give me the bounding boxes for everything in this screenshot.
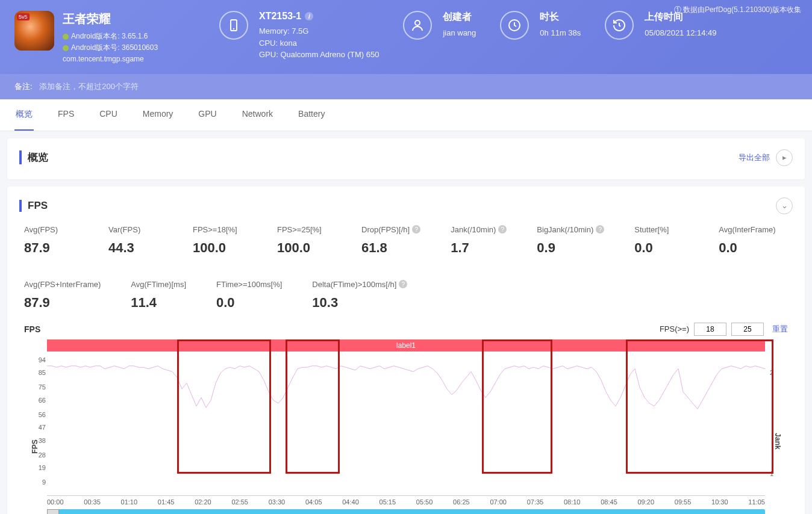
- tabs: 概览FPSCPUMemoryGPUNetworkBattery: [0, 99, 812, 131]
- remark-label: 备注:: [14, 82, 33, 91]
- metric-label: Avg(InterFrame): [719, 225, 775, 234]
- android-version-code: Android版本号: 365010603: [63, 42, 158, 54]
- help-icon[interactable]: ?: [399, 280, 407, 288]
- fps-threshold-controls: FPS(>=) 重置: [660, 323, 788, 336]
- chart-scrollbar[interactable]: [47, 509, 765, 514]
- metric-value: 0.9: [537, 240, 604, 256]
- metric-value: 61.8: [361, 240, 420, 256]
- android-version-name: Android版本名: 3.65.1.6: [63, 31, 158, 42]
- fps-threshold-2-input[interactable]: [731, 323, 764, 336]
- metric-label: Stutter[%]: [634, 225, 689, 234]
- metric-value: 100.0: [193, 240, 247, 256]
- duration-label: 时长: [540, 11, 581, 23]
- metric-label: FPS>=25[%]: [277, 225, 331, 234]
- device-cpu: CPU: kona: [259, 37, 379, 49]
- metric: BigJank(/10min)?0.9: [537, 225, 604, 256]
- help-icon[interactable]: ?: [596, 225, 604, 234]
- highlight-region: [626, 339, 774, 474]
- app-block: 5v5 王者荣耀 Android版本名: 3.65.1.6 Android版本号…: [14, 11, 195, 66]
- metric: Avg(FPS+InterFrame)87.9: [24, 280, 101, 311]
- header-bar: ① 数据由PerfDog(5.1.210300)版本收集 5v5 王者荣耀 An…: [0, 0, 812, 74]
- metric: Stutter[%]0.0: [634, 225, 689, 256]
- fps-section: FPS ⌄ Avg(FPS)87.9Var(FPS)44.3FPS>=18[%]…: [7, 187, 805, 514]
- metric-label: Var(FPS): [108, 225, 163, 234]
- tab-概览[interactable]: 概览: [14, 99, 34, 131]
- tab-battery[interactable]: Battery: [297, 99, 326, 131]
- metric: Delta(FTime)>100ms[/h]?10.3: [312, 280, 407, 311]
- metric-label: Avg(FTime)[ms]: [131, 280, 186, 289]
- overview-title: 概览: [19, 150, 48, 164]
- metric: FPS>=25[%]100.0: [277, 225, 331, 256]
- svg-point-2: [415, 20, 420, 25]
- creator-label: 创建者: [443, 11, 476, 23]
- fps-metrics: Avg(FPS)87.9Var(FPS)44.3FPS>=18[%]100.0F…: [24, 225, 788, 311]
- fps-threshold-1-input[interactable]: [694, 323, 726, 336]
- collapse-button[interactable]: ⌄: [776, 197, 793, 214]
- info-icon[interactable]: i: [305, 12, 313, 20]
- device-icon: [219, 11, 248, 40]
- upload-value: 05/08/2021 12:14:49: [645, 27, 716, 39]
- x-axis: 00:0000:3501:1001:4502:2002:5503:3004:05…: [47, 498, 765, 506]
- metric-value: 0.0: [216, 295, 282, 311]
- export-all-button[interactable]: 导出全部 ▸: [739, 149, 793, 166]
- metric-value: 87.9: [24, 295, 101, 311]
- metric: Drop(FPS)[/h]?61.8: [361, 225, 420, 256]
- metric-label: FPS>=18[%]: [193, 225, 247, 234]
- fps-chart-area: FPS Jank label1 9192838475666758594 12 0…: [24, 339, 788, 514]
- fps-chart[interactable]: 9192838475666758594 12: [47, 351, 765, 496]
- android-icon: [63, 34, 69, 40]
- highlight-region: [286, 339, 340, 474]
- remark-bar[interactable]: 备注: 添加备注，不超过200个字符: [0, 74, 812, 99]
- help-icon[interactable]: ?: [498, 225, 507, 234]
- metric-value: 10.3: [312, 295, 407, 311]
- tab-fps[interactable]: FPS: [57, 99, 75, 131]
- device-memory: Memory: 7.5G: [259, 25, 379, 37]
- tab-network[interactable]: Network: [241, 99, 274, 131]
- app-name: 王者荣耀: [63, 11, 158, 27]
- device-model: XT2153-1i: [259, 11, 379, 22]
- chevron-right-icon[interactable]: ▸: [776, 149, 793, 166]
- help-icon[interactable]: ?: [412, 225, 420, 234]
- clock-icon: [500, 11, 529, 40]
- package-name: com.tencent.tmgp.sgame: [63, 54, 158, 65]
- metric-value: 44.3: [108, 240, 163, 256]
- metric-value: 0.0: [634, 240, 689, 256]
- metric-label: BigJank(/10min)?: [537, 225, 604, 234]
- metric: Avg(FPS)87.9: [24, 225, 78, 256]
- metric: Jank(/10min)?1.7: [451, 225, 507, 256]
- data-source-note: ① 数据由PerfDog(5.1.210300)版本收集: [674, 5, 801, 15]
- metric: FPS>=18[%]100.0: [193, 225, 247, 256]
- fps-title: FPS: [19, 200, 48, 212]
- user-icon: [403, 11, 432, 40]
- metric-label: Avg(FPS+InterFrame): [24, 280, 101, 289]
- duration-block: 时长 0h 11m 38s: [500, 11, 581, 40]
- reset-button[interactable]: 重置: [772, 324, 788, 335]
- chart-title: FPS: [24, 324, 40, 334]
- tab-cpu[interactable]: CPU: [98, 99, 119, 131]
- tab-memory[interactable]: Memory: [142, 99, 175, 131]
- device-gpu: GPU: Qualcomm Adreno (TM) 650: [259, 49, 379, 61]
- duration-value: 0h 11m 38s: [540, 27, 581, 39]
- metric-label: Drop(FPS)[/h]?: [361, 225, 420, 234]
- metric-label: Jank(/10min)?: [451, 225, 507, 234]
- upload-block: 上传时间 05/08/2021 12:14:49: [605, 11, 716, 40]
- tab-gpu[interactable]: GPU: [197, 99, 217, 131]
- creator-block: 创建者 jian wang: [403, 11, 476, 40]
- metric-label: Delta(FTime)>100ms[/h]?: [312, 280, 407, 289]
- metric: Avg(FTime)[ms]11.4: [131, 280, 186, 311]
- scroll-thumb[interactable]: [47, 509, 59, 514]
- metric: Avg(InterFrame)0.0: [719, 225, 775, 256]
- metric-value: 87.9: [24, 240, 78, 256]
- creator-value: jian wang: [443, 27, 476, 39]
- metric-value: 11.4: [131, 295, 186, 311]
- history-icon: [605, 11, 634, 40]
- metric: Var(FPS)44.3: [108, 225, 163, 256]
- device-block: XT2153-1i Memory: 7.5G CPU: kona GPU: Qu…: [219, 11, 379, 61]
- metric: FTime>=100ms[%]0.0: [216, 280, 282, 311]
- metric-value: 0.0: [719, 240, 775, 256]
- app-icon: 5v5: [14, 11, 54, 51]
- android-icon: [63, 45, 69, 51]
- highlight-region: [177, 339, 271, 474]
- overview-section: 概览 导出全部 ▸: [7, 138, 805, 179]
- metric-value: 100.0: [277, 240, 331, 256]
